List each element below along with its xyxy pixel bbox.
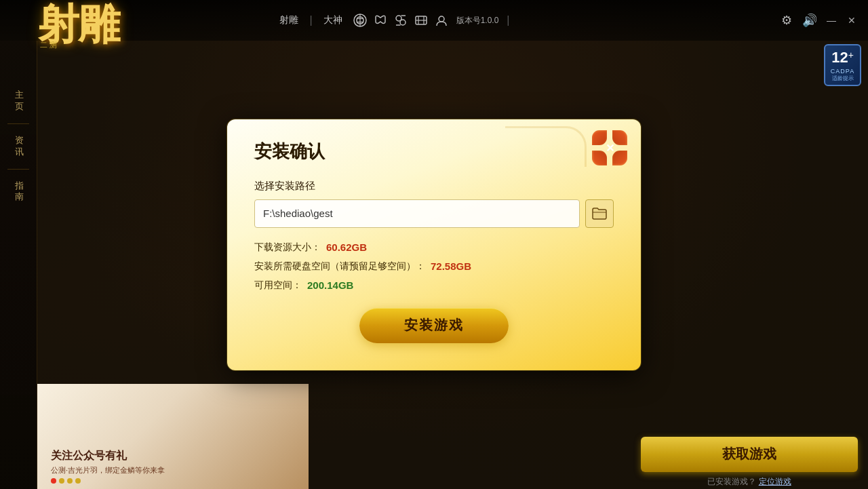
- free-space-value: 200.14GB: [307, 279, 353, 291]
- disk-space-label: 安装所需硬盘空间（请预留足够空间）：: [254, 260, 425, 273]
- flower-close-icon: ✕: [592, 130, 627, 165]
- dialog-overlay: 安装确认 ✕ 选择安装路径 下载资源大小：: [0, 0, 868, 489]
- path-label: 选择安装路径: [254, 180, 614, 193]
- dialog-decoration: [505, 126, 587, 167]
- download-size-row: 下载资源大小： 60.62GB: [254, 241, 614, 254]
- petal-2: [612, 130, 627, 145]
- download-size-label: 下载资源大小：: [254, 241, 321, 254]
- disk-space-value: 72.58GB: [431, 260, 471, 272]
- browse-folder-button[interactable]: [585, 199, 614, 228]
- install-path-input[interactable]: [254, 199, 580, 228]
- install-game-button[interactable]: 安装游戏: [359, 308, 509, 343]
- download-size-value: 60.62GB: [326, 241, 367, 253]
- petal-3: [612, 151, 627, 165]
- install-dialog: 安装确认 ✕ 选择安装路径 下载资源大小：: [227, 119, 641, 370]
- free-space-label: 可用空间：: [254, 279, 302, 292]
- close-x: ✕: [606, 141, 614, 154]
- disk-space-row: 安装所需硬盘空间（请预留足够空间）： 72.58GB: [254, 260, 614, 273]
- free-space-row: 可用空间： 200.14GB: [254, 279, 614, 292]
- dialog-close-button[interactable]: ✕: [592, 130, 627, 165]
- path-row: [254, 199, 614, 228]
